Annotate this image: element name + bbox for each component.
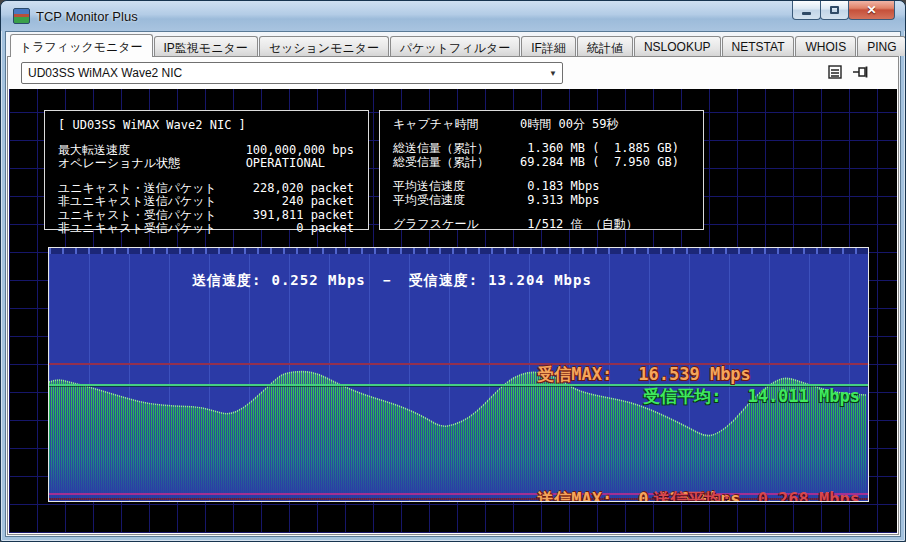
maximize-button[interactable] <box>820 1 849 20</box>
row-value: 9.313 Mbps <box>520 194 599 206</box>
row-label: 非ユニキャスト受信パケット <box>58 221 217 235</box>
close-icon: ✕ <box>866 4 876 16</box>
tab-NETSTAT[interactable]: NETSTAT <box>722 36 795 56</box>
rx-avg-value: 14.011 Mbps <box>747 386 860 406</box>
tx-avg-annotation: 送信平均:0.268 Mbps <box>510 468 860 501</box>
panel-row: 非ユニキャスト受信パケット0 packet <box>45 222 368 234</box>
tx-speed-label: 送信速度: <box>192 272 261 288</box>
row-label: グラフスケール <box>393 217 479 231</box>
panel-row: 最大転送速度100,000,000 bps <box>45 144 368 156</box>
tab-strip: トラフィックモニターIP監視モニターセッションモニターパケットフィルターIF詳細… <box>6 32 900 56</box>
panel-row: 総受信量（累計）69.284 MB ( 7.950 GB) <box>380 156 703 168</box>
row-value: 0.183 Mbps <box>520 180 599 192</box>
tab-IF詳細[interactable]: IF詳細 <box>521 36 576 56</box>
tab-セッションモニター[interactable]: セッションモニター <box>259 36 389 56</box>
panel-row: ユニキャスト・送信パケット228,020 packet <box>45 182 368 194</box>
graph-top-ticks <box>49 248 868 254</box>
tab-WHOIS[interactable]: WHOIS <box>795 36 856 56</box>
row-value: 228,020 packet <box>253 182 354 194</box>
row-label: ユニキャスト・送信パケット <box>58 181 217 195</box>
row-value: 100,000,000 bps <box>246 144 354 156</box>
tab-NSLOOKUP[interactable]: NSLOOKUP <box>634 36 721 56</box>
row-value: 0時間 00分 59秒 <box>520 118 619 130</box>
nic-info-panel: [ UD03SS WiMAX Wave2 NIC ] 最大転送速度100,000… <box>44 110 369 230</box>
row-label: オペレーショナル状態 <box>58 156 180 170</box>
row-label: 平均受信速度 <box>393 193 465 207</box>
panel-row: 総送信量（累計） 1.360 MB ( 1.885 GB) <box>380 142 703 154</box>
row-label: 平均送信速度 <box>393 179 465 193</box>
row-value: 1/512 倍 （自動） <box>520 218 638 230</box>
monitor-area: [ UD03SS WiMAX Wave2 NIC ] 最大転送速度100,000… <box>9 89 897 533</box>
minimize-button[interactable] <box>792 1 821 20</box>
tx-speed-value: 0.252 Mbps <box>271 272 365 288</box>
maximize-icon <box>830 6 839 14</box>
panel-row: オペレーショナル状態OPERATIONAL <box>45 157 368 169</box>
row-label: 総受信量（累計） <box>393 155 489 169</box>
panel-row: 平均送信速度 0.183 Mbps <box>380 180 703 192</box>
panel-row: グラフスケール 1/512 倍 （自動） <box>380 218 703 230</box>
row-label: ユニキャスト・受信パケット <box>58 208 217 222</box>
row-value: 391,811 packet <box>253 209 354 221</box>
client-area: トラフィックモニターIP監視モニターセッションモニターパケットフィルターIF詳細… <box>5 31 901 537</box>
traffic-graph: 送信速度:0.252 Mbps－受信速度:13.204 Mbps 受信MAX:1… <box>48 247 869 502</box>
toolbar-icons <box>826 63 870 81</box>
row-value: 240 packet <box>282 195 354 207</box>
log-list-icon <box>827 64 843 80</box>
tab-統計値[interactable]: 統計値 <box>577 36 633 56</box>
row-label: 総送信量（累計） <box>393 141 489 155</box>
row-label: キャプチャ時間 <box>393 117 478 131</box>
push-pin-icon <box>852 64 870 80</box>
nic-selector[interactable]: UD03SS WiMAX Wave2 NIC ▼ <box>21 62 563 84</box>
tab-パケットフィルター[interactable]: パケットフィルター <box>390 36 520 56</box>
close-button[interactable]: ✕ <box>848 1 895 20</box>
capture-info-panel: キャプチャ時間0時間 00分 59秒総送信量（累計） 1.360 MB ( 1.… <box>379 110 704 230</box>
rx-avg-label: 受信平均: <box>643 386 721 406</box>
row-label: 非ユニキャスト送信パケット <box>58 194 217 208</box>
tab-IP監視モニター[interactable]: IP監視モニター <box>154 36 258 56</box>
window-title: TCP Monitor Plus <box>36 9 138 24</box>
tab-PING[interactable]: PING <box>857 36 906 56</box>
rx-speed-value: 13.204 Mbps <box>488 272 592 288</box>
separator-dash: － <box>380 272 395 288</box>
tab-トラフィックモニター[interactable]: トラフィックモニター <box>10 34 153 57</box>
app-window: TCP Monitor Plus ✕ トラフィックモニターIP監視モニターセッシ… <box>0 0 906 542</box>
tx-avg-value: 0.268 Mbps <box>758 489 860 501</box>
log-list-button[interactable] <box>826 63 844 81</box>
row-value: 0 packet <box>296 222 354 234</box>
row-value: OPERATIONAL <box>246 157 354 169</box>
chevron-down-icon: ▼ <box>544 63 562 83</box>
toolbar: UD03SS WiMAX Wave2 NIC ▼ <box>8 57 898 89</box>
minimize-icon <box>802 12 811 15</box>
window-controls: ✕ <box>793 1 895 20</box>
traffic-monitor-page: UD03SS WiMAX Wave2 NIC ▼ <box>7 56 899 535</box>
nic-selector-value: UD03SS WiMAX Wave2 NIC <box>28 66 182 80</box>
nic-panel-title: [ UD03SS WiMAX Wave2 NIC ] <box>45 111 368 132</box>
titlebar[interactable]: TCP Monitor Plus ✕ <box>1 1 905 31</box>
capture-panel-rows: キャプチャ時間0時間 00分 59秒総送信量（累計） 1.360 MB ( 1.… <box>380 118 703 230</box>
panel-row: ユニキャスト・受信パケット391,811 packet <box>45 209 368 221</box>
row-label: 最大転送速度 <box>58 143 130 157</box>
panel-row: 平均受信速度 9.313 Mbps <box>380 194 703 206</box>
always-on-top-pin-button[interactable] <box>852 63 870 81</box>
app-icon <box>13 8 30 24</box>
nic-panel-rows: 最大転送速度100,000,000 bpsオペレーショナル状態OPERATION… <box>45 144 368 234</box>
panel-row: 非ユニキャスト送信パケット240 packet <box>45 195 368 207</box>
graph-plot-area: 送信速度:0.252 Mbps－受信速度:13.204 Mbps 受信MAX:1… <box>49 248 868 501</box>
panel-row: キャプチャ時間0時間 00分 59秒 <box>380 118 703 130</box>
rx-avg-annotation: 受信平均:14.011 Mbps <box>500 365 860 428</box>
rx-speed-label: 受信速度: <box>409 272 478 288</box>
row-value: 1.360 MB ( 1.885 GB) <box>520 142 679 154</box>
row-value: 69.284 MB ( 7.950 GB) <box>520 156 679 168</box>
tx-avg-label: 送信平均: <box>653 489 731 501</box>
current-speed-readout: 送信速度:0.252 Mbps－受信速度:13.204 Mbps <box>60 256 592 306</box>
